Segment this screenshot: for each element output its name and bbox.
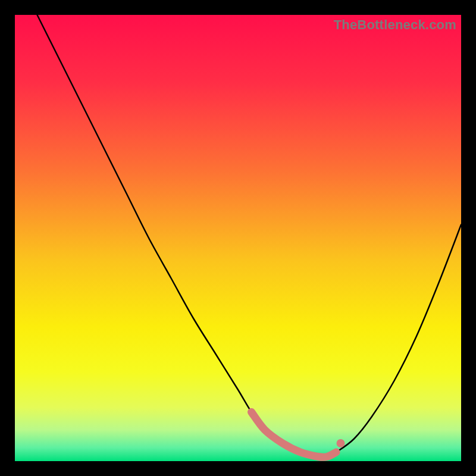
watermark-text: TheBottleneck.com: [334, 17, 456, 33]
chart-svg: [15, 15, 461, 461]
marker-dot: [337, 439, 345, 447]
bottleneck-curve: [37, 15, 462, 457]
chart-frame: TheBottleneck.com: [15, 15, 461, 461]
flat-region-highlight: [252, 412, 337, 458]
